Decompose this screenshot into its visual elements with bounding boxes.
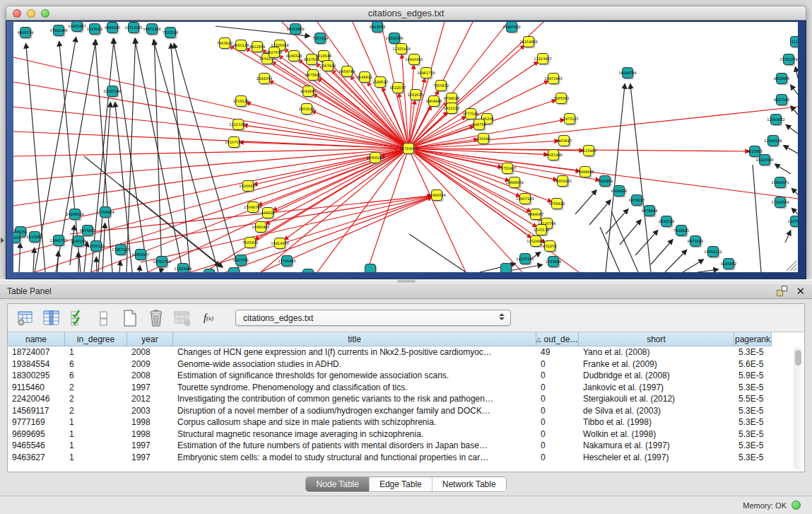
- table-cell-year[interactable]: 2003: [127, 405, 173, 417]
- table-select-dropdown[interactable]: citations_edges.txt: [235, 310, 511, 326]
- table-cell-short[interactable]: de Silva et al. (2003): [579, 405, 734, 417]
- table-cell-out_degree[interactable]: 0: [536, 440, 579, 452]
- table-cell-pagerank[interactable]: 5.3E-5: [734, 382, 772, 394]
- table-cell-short[interactable]: Tibbo et al. (1998): [579, 416, 734, 428]
- tab-network-table[interactable]: Network Table: [433, 477, 506, 491]
- table-cell-title[interactable]: Tourette syndrome. Phenomenology and cla…: [173, 382, 536, 394]
- table-cell-out_degree[interactable]: 0: [536, 370, 579, 382]
- table-cell-short[interactable]: Hescheler et al. (1997): [579, 452, 734, 464]
- table-cell-year[interactable]: 2008: [127, 346, 173, 358]
- table-cell-pagerank[interactable]: 5.6E-5: [734, 358, 772, 370]
- table-cell-short[interactable]: Yano et al. (2008): [579, 346, 734, 358]
- table-row[interactable]: 946554611997Estimation of the future num…: [8, 440, 804, 452]
- tab-edge-table[interactable]: Edge Table: [370, 477, 433, 491]
- table-cell-year[interactable]: 2008: [127, 370, 173, 382]
- table-cell-short[interactable]: Nakamura et al. (1997): [579, 440, 734, 452]
- panel-splitter[interactable]: [0, 279, 812, 283]
- table-cell-title[interactable]: Estimation of significance thresholds fo…: [173, 370, 536, 382]
- table-row[interactable]: 1456911722003Disruption of a novel membe…: [8, 405, 804, 417]
- column-header-title[interactable]: title: [173, 332, 536, 346]
- table-cell-title[interactable]: Changes of HCN gene expression and I(f) …: [173, 346, 536, 358]
- table-row[interactable]: 2242004622012Investigating the contribut…: [8, 393, 804, 405]
- table-cell-title[interactable]: Estimation of the future numbers of pati…: [173, 440, 536, 452]
- function-builder-button[interactable]: f(x): [199, 309, 218, 327]
- table-cell-title[interactable]: Structural magnetic resonance image aver…: [173, 428, 536, 440]
- table-cell-title[interactable]: Disruption of a novel member of a sodium…: [173, 405, 536, 417]
- table-mode-button[interactable]: [16, 309, 35, 327]
- table-cell-year[interactable]: 2012: [127, 393, 173, 405]
- table-cell-in_degree[interactable]: 2: [65, 405, 127, 417]
- table-cell-name[interactable]: 22420046: [8, 393, 65, 405]
- table-cell-out_degree[interactable]: 0: [536, 382, 579, 394]
- column-header-in_degree[interactable]: in_degree: [65, 332, 127, 346]
- table-cell-out_degree[interactable]: 0: [536, 428, 579, 440]
- table-cell-short[interactable]: Jankovic et al. (1997): [579, 382, 734, 394]
- table-cell-name[interactable]: 18724007: [8, 346, 65, 358]
- delete-table-button[interactable]: [173, 309, 192, 327]
- table-cell-in_degree[interactable]: 1: [65, 452, 127, 464]
- table-cell-pagerank[interactable]: 5.5E-5: [734, 393, 772, 405]
- table-row[interactable]: 946362711997Embryonic stem cells: a mode…: [8, 452, 804, 464]
- table-cell-out_degree[interactable]: 49: [536, 346, 579, 358]
- table-cell-in_degree[interactable]: 2: [65, 393, 127, 405]
- table-cell-name[interactable]: 9463627: [8, 452, 65, 464]
- table-cell-pagerank[interactable]: 5.3E-5: [734, 416, 772, 428]
- table-cell-in_degree[interactable]: 2: [65, 382, 127, 394]
- table-cell-out_degree[interactable]: 0: [536, 358, 579, 370]
- table-cell-in_degree[interactable]: 1: [65, 346, 127, 358]
- table-row[interactable]: 1872400712008Changes of HCN gene express…: [8, 346, 804, 358]
- table-cell-title[interactable]: Genome-wide association studies in ADHD.: [173, 358, 536, 370]
- table-cell-out_degree[interactable]: 0: [536, 416, 579, 428]
- splitter-handle[interactable]: [397, 280, 416, 283]
- close-panel-icon[interactable]: ✕: [796, 286, 805, 296]
- table-cell-year[interactable]: 1997: [127, 452, 173, 464]
- graph-node[interactable]: [365, 264, 376, 273]
- graph-node[interactable]: [303, 269, 314, 273]
- table-cell-short[interactable]: Dudbridge et al. (2008): [579, 370, 734, 382]
- graph-node[interactable]: [204, 269, 215, 273]
- tab-node-table[interactable]: Node Table: [306, 477, 370, 491]
- graph-node[interactable]: [501, 264, 512, 273]
- table-cell-in_degree[interactable]: 1: [65, 416, 127, 428]
- table-cell-short[interactable]: Stergiakouli et al. (2012): [579, 393, 734, 405]
- scrollbar-thumb[interactable]: [795, 350, 801, 366]
- table-cell-title[interactable]: Embryonic stem cells: a model to study s…: [173, 452, 536, 464]
- table-cell-name[interactable]: 14569117: [8, 405, 65, 417]
- table-cell-title[interactable]: Corpus callosum shape and size in male p…: [173, 416, 536, 428]
- table-cell-out_degree[interactable]: 0: [536, 452, 579, 464]
- table-row[interactable]: 977716911998Corpus callosum shape and si…: [8, 416, 804, 428]
- network-window-titlebar[interactable]: citations_edges.txt: [6, 6, 806, 21]
- table-cell-out_degree[interactable]: 0: [536, 393, 579, 405]
- table-cell-name[interactable]: 9115460: [8, 382, 65, 394]
- table-row[interactable]: 1938455462009Genome-wide association stu…: [8, 358, 804, 370]
- table-cell-year[interactable]: 1998: [127, 416, 173, 428]
- new-column-button[interactable]: [121, 309, 139, 327]
- column-header-pagerank[interactable]: pagerank: [734, 332, 772, 346]
- table-row[interactable]: 969969511998Structural magnetic resonanc…: [8, 428, 804, 440]
- show-columns-button[interactable]: [42, 309, 61, 327]
- table-cell-name[interactable]: 9777169: [8, 416, 65, 428]
- float-panel-icon[interactable]: [777, 286, 787, 296]
- table-cell-pagerank[interactable]: 5.3E-5: [734, 452, 772, 464]
- table-cell-pagerank[interactable]: 5.3E-5: [734, 405, 772, 417]
- column-header-year[interactable]: year: [127, 332, 173, 346]
- table-cell-name[interactable]: 19384554: [8, 358, 65, 370]
- column-header-name[interactable]: name: [8, 332, 65, 346]
- table-cell-short[interactable]: Franke et al. (2009): [579, 358, 734, 370]
- table-cell-in_degree[interactable]: 6: [65, 358, 127, 370]
- table-cell-pagerank[interactable]: 5.9E-5: [734, 370, 772, 382]
- table-cell-pagerank[interactable]: 5.3E-5: [734, 440, 772, 452]
- table-cell-in_degree[interactable]: 1: [65, 428, 127, 440]
- table-cell-name[interactable]: 9465546: [8, 440, 65, 452]
- resize-grip-icon[interactable]: [787, 261, 796, 271]
- table-cell-short[interactable]: Wolkin et al. (1998): [579, 428, 734, 440]
- column-header-short[interactable]: short: [579, 332, 734, 346]
- deselect-all-button[interactable]: [95, 309, 113, 327]
- table-row[interactable]: 1830029562008Estimation of significance …: [8, 370, 804, 382]
- table-cell-in_degree[interactable]: 1: [65, 440, 127, 452]
- table-cell-year[interactable]: 1997: [127, 440, 173, 452]
- network-canvas[interactable]: 9405574376914061065528715276029466160107…: [13, 22, 798, 272]
- table-cell-year[interactable]: 2009: [127, 358, 173, 370]
- table-cell-pagerank[interactable]: 5.3E-5: [734, 428, 772, 440]
- table-cell-year[interactable]: 1998: [127, 428, 173, 440]
